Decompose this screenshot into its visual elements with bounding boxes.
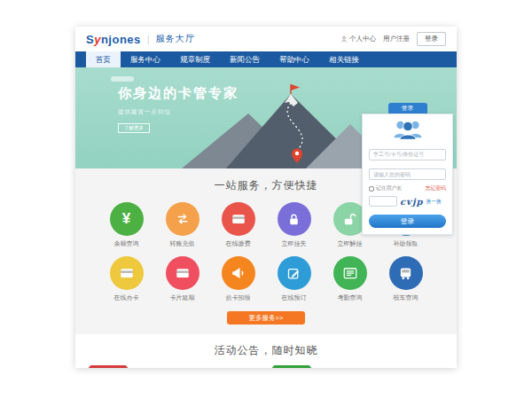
nav-item-links[interactable]: 相关链接 (319, 51, 369, 67)
service-school-bus-inquiry[interactable]: 校车查询 (378, 256, 434, 302)
service-balance-inquiry[interactable]: ¥ 余额查询 (98, 202, 154, 248)
service-card-extension[interactable]: 卡片延期 (154, 256, 210, 302)
captcha-image: cvjp (400, 197, 424, 207)
service-attendance-inquiry[interactable]: 考勤查询 (322, 256, 378, 302)
card-icon (175, 265, 191, 281)
card-icon (119, 265, 135, 281)
logo-divider: | (147, 34, 150, 44)
captcha-refresh-link[interactable]: 换一换 (426, 198, 442, 206)
megaphone-icon (231, 265, 246, 281)
header-login-button[interactable]: 登录 (417, 32, 446, 46)
flag-icon (291, 84, 300, 90)
site-subtitle: 服务大厅 (156, 33, 195, 45)
site-logo[interactable]: Synjones (86, 33, 141, 46)
bus-icon (398, 266, 413, 281)
webpage: Synjones | 服务大厅 个人中心 用户注册 登录 首页 服务中心 规章制… (75, 27, 457, 368)
captcha-input[interactable] (369, 196, 397, 207)
more-services-button[interactable]: 更多服务>> (227, 311, 305, 325)
edit-icon (286, 266, 301, 281)
announcement-panels: 使用指南 最新公告 更多>> 使用指南 更多>> (88, 366, 444, 368)
nav-item-rules[interactable]: 规章制度 (170, 51, 220, 67)
users-group-icon (393, 119, 423, 140)
login-tab[interactable]: 登录 (388, 103, 427, 113)
remember-label: 记住用户名 (376, 184, 402, 192)
tab-usage-guide-right[interactable]: 使用指南 (271, 365, 312, 368)
guide-panel: 使用指南 最新公告 更多>> (88, 366, 261, 368)
nav-item-home[interactable]: 首页 (86, 51, 121, 67)
password-input[interactable] (369, 168, 446, 180)
nav-item-service-center[interactable]: 服务中心 (121, 51, 170, 67)
unlock-icon (342, 212, 357, 227)
forgot-password-link[interactable]: 忘记密码 (426, 184, 446, 192)
captcha-row: cvjp 换一换 (369, 196, 446, 207)
hero-banner: 你身边的卡管专家 提供建设一步到位 了解更多 登录 记住用户名 忘记密码 (75, 67, 457, 168)
logo-accent-y: y (94, 33, 101, 46)
transfer-icon (175, 211, 191, 227)
nav-item-news[interactable]: 新闻公告 (220, 51, 270, 67)
hero-text: 你身边的卡管专家 提供建设一步到位 了解更多 (118, 85, 239, 133)
service-transfer-recharge[interactable]: 转账充值 (154, 202, 210, 248)
announcements-section: 活动公告，随时知晓 使用指南 最新公告 更多>> 使用指南 更多>> (75, 334, 457, 368)
yen-icon: ¥ (122, 210, 130, 228)
user-icon (340, 35, 348, 43)
announcements-title: 活动公告，随时知晓 (75, 343, 457, 358)
remember-row: 记住用户名 忘记密码 (369, 184, 446, 192)
lock-icon (286, 212, 301, 227)
site-header: Synjones | 服务大厅 个人中心 用户注册 登录 (75, 27, 457, 51)
remember-checkbox[interactable] (369, 186, 374, 192)
service-online-booking[interactable]: 在线预订 (266, 256, 322, 302)
service-online-payment[interactable]: 在线缴费 (210, 202, 266, 248)
user-register-link[interactable]: 用户注册 (383, 35, 410, 43)
service-online-card-apply[interactable]: 在线办卡 (98, 256, 154, 302)
guide-panel-right: 使用指南 更多>> (271, 366, 444, 368)
attendance-icon (342, 265, 358, 281)
tab-usage-guide[interactable]: 使用指南 (88, 365, 129, 368)
hero-title: 你身边的卡管专家 (118, 85, 239, 102)
header-links: 个人中心 用户注册 登录 (340, 32, 446, 46)
login-card: 记住用户名 忘记密码 cvjp 换一换 登录 (362, 113, 453, 235)
cloud-decor (111, 76, 134, 82)
username-input[interactable] (369, 149, 446, 160)
hero-subtitle: 提供建设一步到位 (118, 108, 239, 116)
personal-center-link[interactable]: 个人中心 (340, 35, 376, 43)
hero-more-button[interactable]: 了解更多 (118, 123, 150, 133)
service-found-card-claim[interactable]: 拾卡招领 (210, 256, 266, 302)
main-nav: 首页 服务中心 规章制度 新闻公告 帮助中心 相关链接 (75, 51, 457, 67)
card-icon (231, 211, 246, 227)
login-panel: 登录 记住用户名 忘记密码 cvjp 换一换 (362, 103, 453, 235)
login-submit-button[interactable]: 登录 (369, 215, 446, 228)
service-report-loss[interactable]: 立即挂失 (266, 202, 322, 248)
nav-item-help-center[interactable]: 帮助中心 (270, 51, 319, 67)
